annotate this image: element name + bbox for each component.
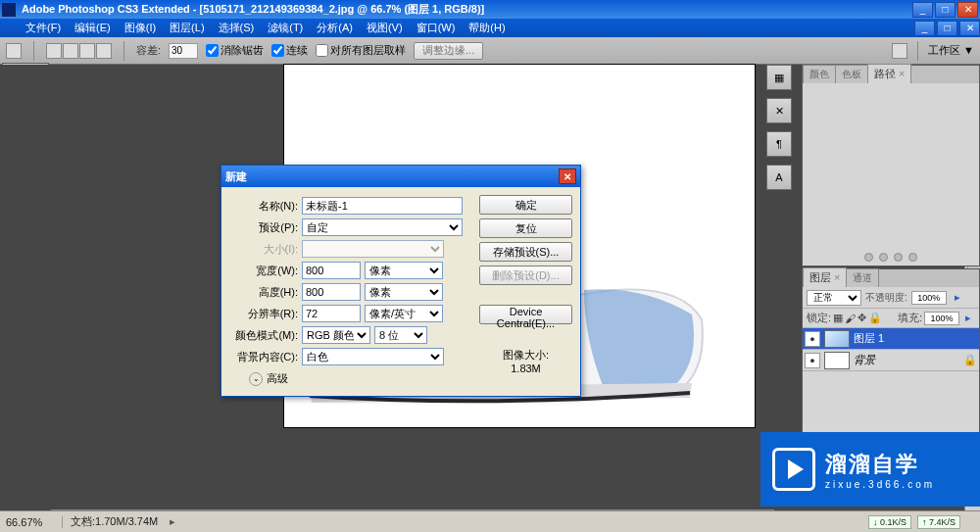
menu-layer[interactable]: 图层(L) <box>164 19 210 37</box>
all-layers-checkbox[interactable]: 对所有图层取样 <box>316 43 406 58</box>
tab-paths[interactable]: 路径× <box>867 64 911 83</box>
bridge-icon[interactable] <box>892 43 907 59</box>
tab-layers[interactable]: 图层× <box>803 267 847 287</box>
antialias-checkbox[interactable]: 消除锯齿 <box>206 43 264 58</box>
dialog-title: 新建 <box>225 169 247 184</box>
lock-transparent-icon[interactable]: ▦ <box>833 312 843 324</box>
lock-paint-icon[interactable]: 🖌 <box>845 313 856 324</box>
fill-label: 填充: <box>898 311 922 325</box>
close-icon[interactable]: × <box>834 271 840 283</box>
reset-button[interactable]: 复位 <box>479 218 572 238</box>
color-mode-select[interactable]: RGB 颜色 <box>302 326 370 344</box>
chevron-right-icon[interactable]: ▸ <box>961 312 975 324</box>
menu-view[interactable]: 视图(V) <box>361 19 409 37</box>
chevron-right-icon[interactable]: ▸ <box>166 515 179 528</box>
preset-label: 预设(P): <box>229 220 298 235</box>
trash-icon[interactable] <box>908 253 917 262</box>
collapsed-panel-tabs: ▦ ✕ ¶ A <box>766 65 792 198</box>
window-title: Adobe Photoshop CS3 Extended - [5105171_… <box>22 2 912 17</box>
opacity-label: 不透明度: <box>865 291 907 305</box>
chevron-right-icon[interactable]: ▸ <box>951 291 964 304</box>
zoom-level[interactable]: 66.67% <box>0 516 63 528</box>
dialog-close-button[interactable]: ✕ <box>559 169 576 184</box>
resolution-label: 分辨率(R): <box>229 307 298 321</box>
ok-button[interactable]: 确定 <box>479 195 572 215</box>
new-document-dialog: 新建 ✕ 名称(N): 预设(P): 自定 大小(I): 宽度(W): 像素 <box>220 165 581 397</box>
layer-thumbnail[interactable] <box>824 352 850 369</box>
workspace-menu[interactable]: 工作区 ▼ <box>928 43 974 58</box>
histogram-tab-icon[interactable]: ✕ <box>766 98 792 123</box>
width-unit-select[interactable]: 像素 <box>365 262 443 279</box>
menu-window[interactable]: 窗口(W) <box>411 19 462 37</box>
tolerance-input[interactable] <box>169 43 198 59</box>
device-central-button[interactable]: Device Central(E)... <box>479 305 572 324</box>
tool-preset-icon[interactable] <box>6 43 22 59</box>
dot-icon[interactable] <box>879 253 888 262</box>
menu-file[interactable]: 文件(F) <box>20 19 67 37</box>
advanced-toggle[interactable]: ⌄ 高级 <box>229 371 473 386</box>
status-bar: 66.67% 文档:1.70M/3.74M ▸ ↓ 0.1K/S ↑ 7.4K/… <box>0 510 980 532</box>
close-icon[interactable]: × <box>899 68 905 79</box>
doc-restore-button[interactable]: □ <box>937 21 957 36</box>
watermark-url: zixue.3d66.com <box>825 479 935 490</box>
layer-row[interactable]: ● 背景 🔒 <box>803 350 979 371</box>
document-info[interactable]: 文档:1.70M/3.74M <box>63 514 166 529</box>
opacity-input[interactable] <box>911 291 947 305</box>
layer-row[interactable]: ● 图层 1 <box>803 328 979 350</box>
close-button[interactable]: ✕ <box>957 2 978 18</box>
resolution-unit-select[interactable]: 像素/英寸 <box>365 305 443 322</box>
preset-select[interactable]: 自定 <box>302 218 463 236</box>
doc-close-button[interactable]: ✕ <box>959 21 980 36</box>
menu-filter[interactable]: 滤镜(T) <box>262 19 309 37</box>
minimize-button[interactable]: _ <box>912 2 933 18</box>
doc-minimize-button[interactable]: _ <box>914 21 935 36</box>
maximize-button[interactable]: □ <box>935 2 956 18</box>
width-input[interactable] <box>302 262 361 279</box>
delete-preset-button[interactable]: 删除预设(D)... <box>479 266 572 285</box>
selection-new-icon[interactable] <box>46 43 62 59</box>
tab-swatches[interactable]: 色板 <box>835 65 868 83</box>
bit-depth-select[interactable]: 8 位 <box>374 326 427 344</box>
dot-icon[interactable] <box>864 253 873 262</box>
name-input[interactable] <box>302 197 463 215</box>
visibility-icon[interactable]: ● <box>805 331 820 347</box>
tolerance-label: 容差: <box>136 43 161 58</box>
selection-subtract-icon[interactable] <box>79 43 95 59</box>
menu-select[interactable]: 选择(S) <box>213 19 261 37</box>
selection-intersect-icon[interactable] <box>96 43 112 59</box>
paragraph-tab-icon[interactable]: A <box>766 165 792 190</box>
selection-mode-group <box>46 43 112 59</box>
refine-edge-button[interactable]: 调整边缘... <box>414 42 483 60</box>
menu-edit[interactable]: 编辑(E) <box>69 19 117 37</box>
visibility-icon[interactable]: ● <box>805 353 820 368</box>
panel-dots <box>803 253 979 262</box>
width-label: 宽度(W): <box>229 264 298 278</box>
color-panel: 颜色 色板 路径× <box>802 65 980 266</box>
tab-color[interactable]: 颜色 <box>803 65 836 83</box>
tab-channels[interactable]: 通道 <box>846 268 879 287</box>
height-input[interactable] <box>302 283 361 301</box>
height-unit-select[interactable]: 像素 <box>365 283 443 301</box>
lock-all-icon[interactable]: 🔒 <box>868 312 882 324</box>
app-icon <box>2 3 16 17</box>
dialog-titlebar[interactable]: 新建 ✕ <box>221 166 580 187</box>
save-preset-button[interactable]: 存储预设(S)... <box>479 242 572 262</box>
lock-position-icon[interactable]: ✥ <box>858 312 866 324</box>
menu-help[interactable]: 帮助(H) <box>463 19 511 37</box>
lock-icon: 🔒 <box>963 354 977 366</box>
navigator-tab-icon[interactable]: ▦ <box>766 65 792 90</box>
resolution-input[interactable] <box>302 305 361 322</box>
character-tab-icon[interactable]: ¶ <box>766 131 792 157</box>
watermark: 溜溜自学 zixue.3d66.com <box>760 432 980 507</box>
menu-image[interactable]: 图像(I) <box>119 19 162 37</box>
layer-name: 背景 <box>854 353 875 367</box>
selection-add-icon[interactable] <box>63 43 78 59</box>
background-select[interactable]: 白色 <box>302 348 444 365</box>
contiguous-checkbox[interactable]: 连续 <box>271 43 308 58</box>
image-size-label: 图像大小: <box>479 348 572 363</box>
fill-input[interactable] <box>924 312 959 325</box>
menu-analysis[interactable]: 分析(A) <box>311 19 359 37</box>
layer-thumbnail[interactable] <box>824 330 850 348</box>
dot-icon[interactable] <box>894 253 903 262</box>
blend-mode-select[interactable]: 正常 <box>807 290 861 306</box>
